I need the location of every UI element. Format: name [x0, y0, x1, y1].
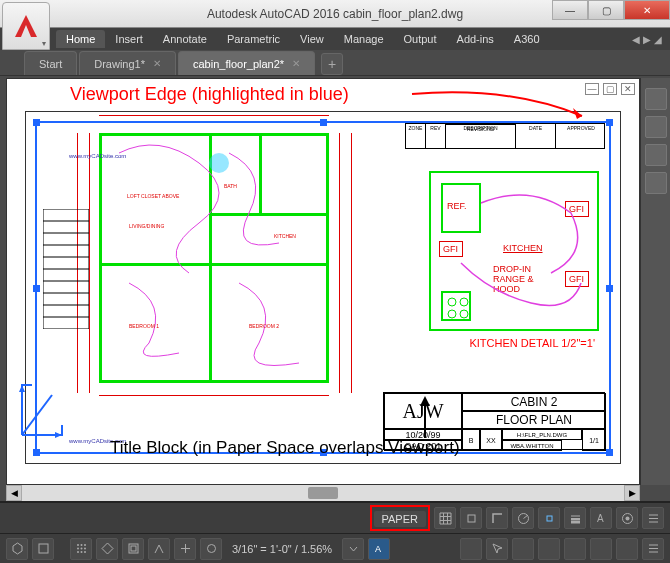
- svg-point-24: [625, 516, 629, 520]
- ribbon-tab-home[interactable]: Home: [56, 30, 105, 48]
- model-paper-toggle[interactable]: PAPER: [374, 511, 426, 527]
- ribbon-tab-manage[interactable]: Manage: [334, 30, 394, 48]
- scroll-left-icon[interactable]: ◀: [6, 485, 22, 501]
- ortho-mode-icon[interactable]: [174, 538, 196, 560]
- svg-point-36: [80, 551, 82, 553]
- ribbon-scroll[interactable]: ◀ ▶ ◢: [632, 34, 662, 45]
- ribbon-tab-insert[interactable]: Insert: [105, 30, 153, 48]
- nav-wheel-icon[interactable]: [645, 88, 667, 110]
- svg-rect-28: [39, 544, 48, 553]
- ribbon-tab-output[interactable]: Output: [394, 30, 447, 48]
- model-icon[interactable]: [6, 538, 28, 560]
- dim-line: [351, 133, 352, 393]
- svg-line-17: [523, 515, 528, 519]
- workspace-icon[interactable]: [616, 507, 638, 529]
- application-menu-button[interactable]: ▾: [2, 2, 50, 50]
- tb-drawn: WBA.WHITTON: [502, 440, 562, 451]
- hardware-accel-icon[interactable]: [564, 538, 586, 560]
- room-label: BEDROOM 1: [129, 323, 159, 329]
- snap-mode-icon[interactable]: [96, 538, 118, 560]
- dim-line: [99, 395, 329, 396]
- room-label: BEDROOM 2: [249, 323, 279, 329]
- grip-icon[interactable]: [606, 119, 613, 126]
- snap-icon[interactable]: [460, 507, 482, 529]
- close-button[interactable]: ✕: [624, 0, 670, 20]
- ribbon-tab-addins[interactable]: Add-ins: [447, 30, 504, 48]
- annotation-scale-icon[interactable]: A: [368, 538, 390, 560]
- viewport-scale[interactable]: 3/16" = 1'-0" / 1.56%: [226, 543, 338, 555]
- tab-cabin-floor-plan[interactable]: cabin_floor_plan2*✕: [178, 51, 315, 75]
- paper-button-highlight: PAPER: [370, 505, 430, 531]
- selection-icon[interactable]: [486, 538, 508, 560]
- arrow-icon: [400, 392, 450, 440]
- grip-icon[interactable]: [606, 285, 613, 292]
- scale-dropdown-icon[interactable]: [342, 538, 364, 560]
- kitchen-caption: KITCHEN DETAIL 1/2"=1': [469, 337, 595, 349]
- grid-display-icon[interactable]: [70, 538, 92, 560]
- dynamic-input-icon[interactable]: [148, 538, 170, 560]
- close-icon[interactable]: ✕: [153, 58, 161, 69]
- svg-rect-39: [131, 546, 136, 551]
- ribbon-tab-view[interactable]: View: [290, 30, 334, 48]
- stairs-icon: [43, 209, 89, 329]
- quick-view-icon[interactable]: [538, 538, 560, 560]
- scroll-right-icon[interactable]: ▶: [624, 485, 640, 501]
- svg-point-33: [80, 548, 82, 550]
- maximize-button[interactable]: ▢: [588, 0, 624, 20]
- svg-text:A: A: [597, 513, 604, 524]
- grip-icon[interactable]: [33, 449, 40, 456]
- customization-icon[interactable]: [642, 538, 664, 560]
- svg-point-32: [77, 548, 79, 550]
- pan-icon[interactable]: [645, 116, 667, 138]
- isolate-icon[interactable]: [590, 538, 612, 560]
- infer-icon[interactable]: [122, 538, 144, 560]
- close-icon[interactable]: ✕: [292, 58, 300, 69]
- tab-drawing1[interactable]: Drawing1*✕: [79, 51, 176, 75]
- osnap-icon[interactable]: [538, 507, 560, 529]
- lineweight-icon[interactable]: [564, 507, 586, 529]
- grip-icon[interactable]: [606, 449, 613, 456]
- annotation-title-block: Title Block (in Paper Space overlaps Vie…: [110, 438, 460, 458]
- watermark: www.myCADsite.com: [69, 153, 126, 159]
- customize-icon[interactable]: [642, 507, 664, 529]
- grip-icon[interactable]: [33, 119, 40, 126]
- tab-label: Start: [39, 58, 62, 70]
- scroll-thumb[interactable]: [308, 487, 338, 499]
- polar-icon[interactable]: [512, 507, 534, 529]
- object-snap-icon[interactable]: [200, 538, 222, 560]
- units-icon[interactable]: [512, 538, 534, 560]
- rev-col: DATE: [516, 124, 556, 148]
- zoom-icon[interactable]: [645, 144, 667, 166]
- kitchen-detail: REF. GFI GFI GFI KITCHEN DROP-IN RANGE &…: [429, 171, 599, 331]
- svg-point-34: [84, 548, 86, 550]
- drawing-window-controls: — ▢ ✕: [585, 83, 635, 95]
- annotation-icon[interactable]: A: [590, 507, 612, 529]
- drawing-area[interactable]: — ▢ ✕ ZONE REV DESCRIPTION REVISIONS DAT…: [6, 78, 640, 485]
- quickprops-icon[interactable]: [460, 538, 482, 560]
- grid-icon[interactable]: [434, 507, 456, 529]
- horizontal-scrollbar[interactable]: ◀ ▶: [6, 485, 640, 501]
- svg-point-30: [80, 544, 82, 546]
- clean-screen-icon[interactable]: [616, 538, 638, 560]
- wiring-icon: [99, 123, 329, 383]
- ribbon-tab-annotate[interactable]: Annotate: [153, 30, 217, 48]
- svg-point-37: [84, 551, 86, 553]
- minimize-button[interactable]: —: [552, 0, 588, 20]
- status-bar: PAPER A: [0, 501, 670, 533]
- grip-icon[interactable]: [33, 285, 40, 292]
- tb-xx: XX: [480, 429, 502, 451]
- dim-line: [99, 115, 329, 116]
- ortho-icon[interactable]: [486, 507, 508, 529]
- ribbon-tab-parametric[interactable]: Parametric: [217, 30, 290, 48]
- layout-icon[interactable]: [32, 538, 54, 560]
- tab-start[interactable]: Start: [24, 51, 77, 75]
- orbit-icon[interactable]: [645, 172, 667, 194]
- drawing-close[interactable]: ✕: [621, 83, 635, 95]
- svg-point-31: [84, 544, 86, 546]
- ribbon-tab-a360[interactable]: A360: [504, 30, 550, 48]
- new-tab-button[interactable]: +: [321, 53, 343, 75]
- drawing-maximize[interactable]: ▢: [603, 83, 617, 95]
- tb-scale: 1/1: [582, 429, 606, 451]
- tb-file: H:\FLR_PLN.DWG: [502, 429, 582, 440]
- svg-point-40: [207, 545, 215, 553]
